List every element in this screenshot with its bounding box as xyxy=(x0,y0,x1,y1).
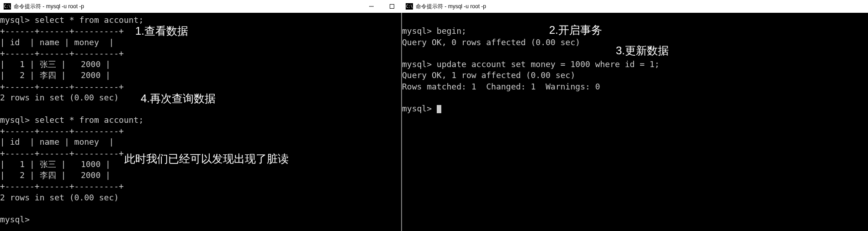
table-border: +------+------+---------+ xyxy=(0,48,124,58)
window-title: 命令提示符 - mysql -u root -p xyxy=(416,3,486,10)
titlebar-left[interactable]: C:\ 命令提示符 - mysql -u root -p xyxy=(0,0,402,13)
annotation-step-3: 3.更新数据 xyxy=(616,43,669,58)
titlebar-right[interactable]: C:\ 命令提示符 - mysql -u root -p xyxy=(402,0,868,13)
cmd-icon: C:\ xyxy=(406,3,413,10)
annotation-step-1: 1.查看数据 xyxy=(135,24,188,38)
table-row: | 1 | 张三 | 1000 | xyxy=(0,159,111,169)
terminal-output-left[interactable]: mysql> select * from account; +------+--… xyxy=(0,13,402,227)
prompt-line: mysql> xyxy=(0,215,35,224)
window-title: 命令提示符 - mysql -u root -p xyxy=(14,3,84,10)
result-line: Query OK, 0 rows affected (0.00 sec) xyxy=(402,37,580,47)
table-row: | 2 | 李四 | 2000 | xyxy=(0,170,111,180)
table-border: +------+------+---------+ xyxy=(0,26,124,36)
svg-rect-1 xyxy=(390,5,394,9)
terminal-window-right: C:\ 命令提示符 - mysql -u root -p mysql> begi… xyxy=(402,0,868,116)
window-controls xyxy=(361,0,402,13)
table-border: +------+------+---------+ xyxy=(0,82,124,91)
annotation-dirty-read: 此时我们已经可以发现出现了脏读 xyxy=(124,152,289,166)
cmd-icon: C:\ xyxy=(4,3,11,10)
prompt-line: mysql> xyxy=(402,104,437,113)
table-header: | id | name | money | xyxy=(0,137,114,147)
table-border: +------+------+---------+ xyxy=(0,148,124,158)
cursor-icon xyxy=(437,105,441,113)
table-header: | id | name | money | xyxy=(0,37,114,47)
terminal-output-right[interactable]: mysql> begin; Query OK, 0 rows affected … xyxy=(402,13,868,116)
annotation-step-2: 2.开启事务 xyxy=(549,23,602,37)
maximize-button[interactable] xyxy=(381,0,402,13)
result-line: 2 rows in set (0.00 sec) xyxy=(0,93,119,102)
table-border: +------+------+---------+ xyxy=(0,126,124,136)
sql-begin-line: mysql> begin; xyxy=(402,26,466,36)
sql-query-line: mysql> select * from account; xyxy=(0,15,143,25)
result-line: Query OK, 1 row affected (0.00 sec) xyxy=(402,70,575,80)
terminal-window-left: C:\ 命令提示符 - mysql -u root -p mysql> sele… xyxy=(0,0,402,227)
result-line: 2 rows in set (0.00 sec) xyxy=(0,193,119,202)
annotation-step-4: 4.再次查询数据 xyxy=(141,91,216,106)
result-line: Rows matched: 1 Changed: 1 Warnings: 0 xyxy=(402,82,600,91)
minimize-button[interactable] xyxy=(361,0,381,13)
table-row: | 1 | 张三 | 2000 | xyxy=(0,59,111,69)
sql-update-line: mysql> update account set money = 1000 w… xyxy=(402,59,660,69)
table-border: +------+------+---------+ xyxy=(0,181,124,191)
table-row: | 2 | 李四 | 2000 | xyxy=(0,70,111,80)
sql-query-line: mysql> select * from account; xyxy=(0,115,143,125)
